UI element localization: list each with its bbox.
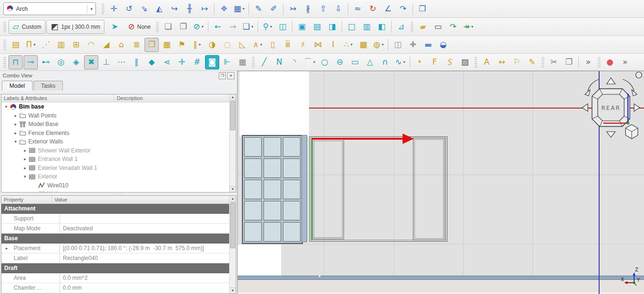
property-value[interactable]: 0.0 mm [60, 283, 230, 293]
part-solid-button[interactable]: ▰ [416, 20, 430, 34]
snap-grid-button[interactable]: # [190, 55, 204, 69]
property-column[interactable]: Property [1, 196, 52, 203]
draft-fillet-button[interactable]: ◝ [287, 55, 301, 69]
glazed-window[interactable] [242, 135, 303, 244]
tree-scrollbar[interactable]: ▲ ▼ [229, 94, 236, 192]
arch-pipe-button[interactable]: ∴▾ [341, 38, 355, 52]
snap-midpoint-button[interactable]: ⊷ [39, 55, 53, 69]
macro-record-button[interactable]: ● [603, 55, 617, 69]
arch-section-plane-button[interactable]: ◑ [205, 38, 219, 52]
snap-perpendicular-button[interactable]: ⊥ [99, 55, 113, 69]
scroll-up-icon[interactable]: ▲ [230, 94, 236, 101]
nav-forward-button[interactable]: → [226, 20, 240, 34]
property-row-columns[interactable]: Columns1 [1, 293, 230, 294]
draft-offset-button[interactable]: ↪ [167, 2, 181, 16]
draft-hatch-button[interactable]: ▨ [458, 55, 472, 69]
tree-item-bim-base[interactable]: ▾Bim base [1, 102, 230, 111]
draft-arc-button[interactable]: ⌒▾ [302, 55, 317, 69]
draft-array-dropdown-icon[interactable]: ▾ [243, 7, 245, 11]
export-as-button[interactable]: ↠▾ [461, 20, 475, 34]
draft-upgrade-button[interactable]: ⇧ [316, 2, 330, 16]
draft-point-array-button[interactable]: ↻ [366, 2, 380, 16]
draft-clone-button[interactable]: ❖ [217, 2, 231, 16]
snap-near-button[interactable]: ⋖ [160, 55, 174, 69]
property-value[interactable] [60, 214, 230, 223]
toolbar-grip[interactable] [598, 57, 601, 68]
toolbar-grip[interactable] [3, 57, 6, 68]
draft-trimex-button[interactable]: ╫ [182, 2, 197, 16]
draft-shapestring-button[interactable]: S [443, 55, 457, 69]
tree-item-shower-wall-exterior[interactable]: ▸Shower Wall Exterior [1, 146, 230, 155]
tab-tasks[interactable]: Tasks [34, 81, 63, 91]
arch-rebar-button[interactable]: ⋰ [39, 38, 53, 52]
window-pane[interactable] [283, 159, 301, 178]
draft-split-button[interactable]: ∦ [301, 2, 315, 16]
view-bottom-button[interactable]: ▥ [360, 20, 374, 34]
nav-arrow-right[interactable] [634, 104, 640, 111]
arch-site-button[interactable]: ◢ [99, 38, 113, 52]
nav-rotate-free-icon[interactable] [636, 72, 642, 78]
tree-item-exterior-walls[interactable]: ▾Exterior Walls [1, 137, 230, 146]
zoom-tools-dropdown-icon[interactable]: ▾ [270, 25, 272, 29]
tree-expand-icon[interactable]: ▸ [13, 113, 18, 118]
draft-wire-to-bspline-button[interactable]: ≈ [351, 2, 365, 16]
box-element-selection-button[interactable]: ❏ [161, 20, 175, 34]
view-front-button[interactable]: ▣ [295, 20, 309, 34]
workbench-selector[interactable]: Arch ▾ [3, 2, 96, 15]
snap-center-button[interactable]: ◎ [54, 55, 68, 69]
scroll-down-icon[interactable]: ▼ [230, 287, 236, 294]
draft-arc-dropdown-icon[interactable]: ▾ [313, 60, 315, 64]
toolbar-grip[interactable] [252, 57, 255, 68]
arch-structure-dropdown-icon[interactable]: ▾ [34, 42, 35, 47]
tree-item-model-base[interactable]: ▸Model Base [1, 120, 230, 129]
arch-truss-button[interactable]: ⋈ [311, 38, 325, 52]
tree-item-wire010[interactable]: Wire010 [1, 181, 230, 190]
snap-endpoint-button[interactable]: ⊸ [24, 55, 38, 69]
view-right-button[interactable]: ◨ [325, 20, 339, 34]
window-pane[interactable] [244, 137, 262, 157]
snap-intersection-button[interactable]: ✖ [84, 55, 98, 69]
annotation-styles-button[interactable]: ✎ [525, 55, 539, 69]
toolbar-grip[interactable] [3, 39, 6, 50]
snap-lock-button[interactable]: ⊓ [9, 55, 23, 69]
nav-back-button[interactable]: ← [211, 20, 225, 34]
property-scrollbar-thumb[interactable] [230, 202, 235, 248]
link-navigation-button[interactable]: ❑▾ [241, 20, 255, 34]
toolbar-grip[interactable] [474, 57, 477, 68]
arch-schedule-button[interactable]: ▩ [356, 38, 370, 52]
nav-rotate-right-icon[interactable] [623, 79, 634, 91]
window-pane[interactable] [244, 201, 262, 220]
arch-wall-button[interactable]: ▤ [9, 38, 23, 52]
workbench-dropdown-icon[interactable]: ▾ [87, 5, 93, 13]
draft-downgrade-button[interactable]: ⇩ [331, 2, 345, 16]
tree-item-entrance-wall-1[interactable]: ▸Entrance Wall 1 [1, 155, 230, 164]
toolbar-grip[interactable] [541, 57, 544, 68]
arch-pipe-dropdown-icon[interactable]: ▾ [351, 42, 352, 47]
arch-frame-button[interactable]: ⅲ [281, 38, 295, 52]
arch-curtain-wall-button[interactable]: ▥ [54, 38, 68, 52]
snap-ortho-button[interactable]: ✛ [175, 55, 189, 69]
nav-arrow-up[interactable] [607, 78, 615, 84]
draft-move-button[interactable]: ✛ [107, 2, 121, 16]
box-selection-button[interactable]: ❐ [176, 20, 190, 34]
nav-rotate-right-arrowhead[interactable] [632, 90, 637, 96]
float-panel-button[interactable]: ❐ [219, 72, 226, 79]
draft-scale-button[interactable]: ⇘ [137, 2, 151, 16]
window-pane[interactable] [264, 180, 281, 199]
property-group-draft[interactable]: Draft [1, 263, 230, 273]
draft-facebinder-button[interactable]: F [428, 55, 442, 69]
snap-angle-button[interactable]: ◈ [69, 55, 83, 69]
draft-label-button[interactable]: ⚐ [510, 55, 524, 69]
toolbar-grip[interactable] [3, 21, 6, 33]
arch-axis-dropdown-icon[interactable]: ▾ [199, 42, 201, 47]
wall-face-white-lower[interactable] [238, 244, 281, 276]
highlighted-edge[interactable] [311, 138, 312, 241]
property-row-chamfer-[interactable]: Chamfer ...0.0 mm [1, 283, 230, 293]
tree-expand-icon[interactable]: ▾ [3, 104, 9, 109]
property-row-map-mode[interactable]: Map ModeDeactivated [1, 224, 230, 234]
nav-mini-cube-icon[interactable] [626, 125, 638, 139]
property-value[interactable]: Deactivated [60, 224, 230, 233]
window-pane[interactable] [283, 201, 301, 220]
autogroup-button[interactable]: ⊘None [125, 20, 154, 34]
view-rear-button[interactable]: □ [344, 20, 359, 34]
